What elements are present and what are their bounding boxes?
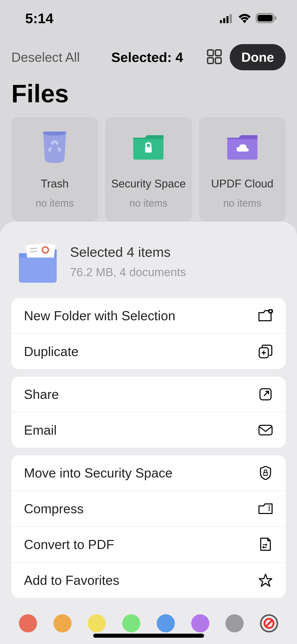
wifi-icon <box>238 10 251 26</box>
compress-icon <box>258 501 273 516</box>
action-label: Share <box>24 387 59 402</box>
svg-rect-16 <box>39 243 55 258</box>
color-tag-orange[interactable] <box>53 614 72 632</box>
folder-grid: Trash no items Security Space no items U… <box>0 117 297 221</box>
action-label: Duplicate <box>24 344 79 359</box>
page-title: Files <box>0 78 297 117</box>
done-button[interactable]: Done <box>230 44 286 70</box>
action-group-1: New Folder with Selection Duplicate <box>11 298 286 369</box>
folder-updf-cloud[interactable]: UPDF Cloud no items <box>199 117 286 221</box>
email-icon <box>258 423 273 438</box>
svg-rect-2 <box>226 16 228 23</box>
color-tag-blue[interactable] <box>157 614 175 632</box>
battery-icon <box>256 10 277 26</box>
color-tag-none[interactable] <box>260 614 278 632</box>
trash-icon <box>38 131 71 164</box>
share-icon <box>258 387 273 402</box>
star-icon <box>258 573 273 588</box>
folder-name: Security Space <box>111 177 186 190</box>
svg-rect-29 <box>264 472 267 475</box>
folder-meta: no items <box>36 198 74 209</box>
folder-name: Trash <box>41 177 69 190</box>
action-move-security[interactable]: Move into Security Space <box>11 455 286 491</box>
folder-trash[interactable]: Trash no items <box>11 117 98 221</box>
action-sheet: Selected 4 items 76.2 MB, 4 documents Ne… <box>0 222 297 644</box>
deselect-all-button[interactable]: Deselect All <box>11 50 80 65</box>
svg-rect-5 <box>257 15 273 21</box>
action-label: Move into Security Space <box>24 465 173 480</box>
lock-folder-icon <box>132 131 165 164</box>
color-tag-red[interactable] <box>19 614 37 632</box>
cloud-folder-icon <box>226 131 259 164</box>
folder-security-space[interactable]: Security Space no items <box>105 117 192 221</box>
svg-line-35 <box>266 620 272 626</box>
svg-line-27 <box>264 391 269 396</box>
home-indicator[interactable] <box>93 634 204 638</box>
action-duplicate[interactable]: Duplicate <box>11 334 286 369</box>
action-label: Email <box>24 423 57 438</box>
grid-view-icon[interactable] <box>207 49 222 66</box>
color-tag-purple[interactable] <box>191 614 209 632</box>
sheet-subtitle: 76.2 MB, 4 documents <box>70 265 186 279</box>
status-icons <box>220 10 277 26</box>
action-email[interactable]: Email <box>11 412 286 448</box>
action-group-3: Move into Security Space Compress Conver… <box>11 455 286 598</box>
action-compress[interactable]: Compress <box>11 491 286 527</box>
action-add-favorites[interactable]: Add to Favorites <box>11 563 286 598</box>
status-time: 5:14 <box>25 10 53 26</box>
action-new-folder[interactable]: New Folder with Selection <box>11 298 286 334</box>
color-tag-green[interactable] <box>122 614 140 632</box>
action-share[interactable]: Share <box>11 377 286 412</box>
svg-rect-28 <box>259 425 272 435</box>
sheet-header: Selected 4 items 76.2 MB, 4 documents <box>11 239 286 283</box>
shield-lock-icon <box>258 465 273 480</box>
new-folder-icon <box>258 308 273 323</box>
action-label: Add to Favorites <box>24 573 119 588</box>
svg-line-19 <box>30 251 37 252</box>
svg-rect-9 <box>208 58 213 63</box>
action-label: Compress <box>24 501 84 516</box>
folder-meta: no items <box>223 198 261 209</box>
action-label: New Folder with Selection <box>24 308 175 323</box>
toolbar: Deselect All Selected: 4 Done <box>0 34 297 78</box>
folder-meta: no items <box>129 198 168 209</box>
status-bar: 5:14 <box>0 0 297 34</box>
duplicate-icon <box>258 344 273 359</box>
svg-rect-7 <box>208 50 213 56</box>
convert-pdf-icon <box>258 537 273 552</box>
sheet-title: Selected 4 items <box>70 244 186 260</box>
svg-rect-0 <box>220 20 222 23</box>
svg-rect-1 <box>223 18 225 23</box>
action-label: Convert to PDF <box>24 537 114 552</box>
folder-name: UPDF Cloud <box>211 177 273 190</box>
documents-folder-icon <box>15 239 60 283</box>
color-tag-row <box>11 605 286 637</box>
selected-count-label: Selected: 4 <box>111 49 183 65</box>
cellular-icon <box>220 10 234 26</box>
svg-rect-3 <box>230 14 232 23</box>
action-convert-pdf[interactable]: Convert to PDF <box>11 527 286 563</box>
svg-rect-10 <box>215 58 221 63</box>
color-tag-yellow[interactable] <box>88 614 106 632</box>
svg-rect-6 <box>275 16 276 20</box>
svg-line-18 <box>30 248 37 249</box>
svg-rect-8 <box>215 50 221 56</box>
color-tag-gray[interactable] <box>225 614 244 632</box>
svg-rect-13 <box>145 147 152 153</box>
action-group-2: Share Email <box>11 377 286 448</box>
